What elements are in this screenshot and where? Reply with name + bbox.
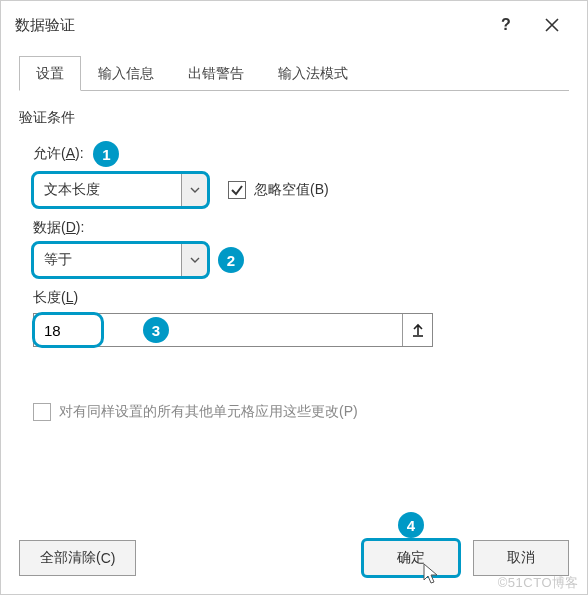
- data-value: 等于: [34, 251, 181, 269]
- tab-error-alert[interactable]: 出错警告: [171, 56, 261, 91]
- tab-input-message[interactable]: 输入信息: [81, 56, 171, 91]
- tab-settings[interactable]: 设置: [19, 56, 81, 91]
- dialog-footer: 全部清除(C) 4 确定 取消: [1, 524, 587, 594]
- data-dropdown-arrow[interactable]: [181, 244, 207, 276]
- allow-block: 允许(A): 1 文本长度 忽略空值(B): [19, 141, 569, 207]
- range-picker-button[interactable]: [402, 314, 432, 346]
- allow-dropdown-arrow[interactable]: [181, 174, 207, 206]
- apply-all-box: [33, 403, 51, 421]
- annotation-badge-4: 4: [398, 512, 424, 538]
- clear-all-button[interactable]: 全部清除(C): [19, 540, 136, 576]
- cancel-button[interactable]: 取消: [473, 540, 569, 576]
- chevron-down-icon: [190, 187, 200, 193]
- help-button[interactable]: ?: [483, 10, 529, 40]
- length-input-wrap: [33, 313, 433, 347]
- allow-label: 允许(A): 1: [33, 141, 569, 167]
- apply-all-checkbox[interactable]: 对有同样设置的所有其他单元格应用这些更改(P): [33, 403, 569, 421]
- section-title: 验证条件: [19, 109, 569, 127]
- allow-select[interactable]: 文本长度: [33, 173, 208, 207]
- titlebar: 数据验证 ?: [1, 1, 587, 45]
- tab-ime-mode[interactable]: 输入法模式: [261, 56, 365, 91]
- annotation-badge-2: 2: [218, 247, 244, 273]
- data-label: 数据(D):: [33, 219, 569, 237]
- dialog-body: 设置 输入信息 出错警告 输入法模式 验证条件 允许(A): 1 文本长度: [1, 45, 587, 435]
- apply-all-label: 对有同样设置的所有其他单元格应用这些更改(P): [59, 403, 358, 421]
- ok-button[interactable]: 确定: [363, 540, 459, 576]
- data-validation-dialog: 数据验证 ? 设置 输入信息 出错警告 输入法模式 验证条件 允许(A): 1 …: [0, 0, 588, 595]
- ignore-blank-box: [228, 181, 246, 199]
- length-label: 长度(L): [33, 289, 569, 307]
- checkmark-icon: [230, 183, 244, 197]
- dialog-title: 数据验证: [15, 16, 483, 35]
- range-picker-icon: [411, 323, 425, 337]
- length-block: 长度(L) 3: [19, 289, 569, 347]
- cursor-icon: [422, 563, 440, 585]
- annotation-badge-1: 1: [93, 141, 119, 167]
- data-select[interactable]: 等于: [33, 243, 208, 277]
- length-input[interactable]: [34, 322, 402, 339]
- tabstrip: 设置 输入信息 出错警告 输入法模式: [19, 55, 569, 91]
- chevron-down-icon: [190, 257, 200, 263]
- annotation-badge-3: 3: [143, 317, 169, 343]
- data-block: 数据(D): 等于 2: [19, 219, 569, 277]
- ignore-blank-checkbox[interactable]: 忽略空值(B): [228, 181, 329, 199]
- ignore-blank-label: 忽略空值(B): [254, 181, 329, 199]
- allow-value: 文本长度: [34, 181, 181, 199]
- close-icon: [545, 18, 559, 32]
- close-button[interactable]: [529, 10, 575, 40]
